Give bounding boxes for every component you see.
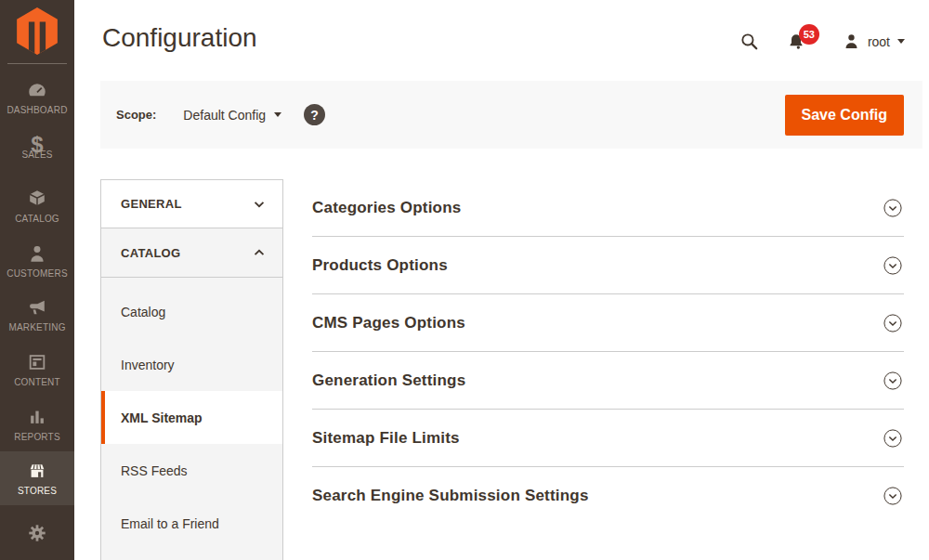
page-header: Configuration 53 root [74, 0, 929, 81]
accordion-section-generation-settings[interactable]: Generation Settings [312, 352, 904, 410]
chevron-down-icon [252, 197, 267, 212]
sidebar-item-label: CONTENT [14, 377, 60, 387]
accordion-section-title: Products Options [312, 256, 448, 275]
chevron-down-circle-icon [883, 371, 902, 390]
sidebar-item-dashboard[interactable]: DASHBOARD [0, 71, 74, 125]
sidebar-item-marketing[interactable]: MARKETING [0, 288, 74, 343]
save-config-button[interactable]: Save Config [785, 95, 904, 136]
main-column: Configuration 53 root Scope: [74, 0, 929, 560]
sidebar-item-label: CATALOG [15, 214, 59, 224]
config-item-label: Email to a Friend [121, 516, 219, 531]
chevron-down-circle-icon [883, 199, 902, 217]
notifications-button[interactable]: 53 [787, 33, 805, 51]
accordion-section-title: Search Engine Submission Settings [312, 487, 589, 505]
chevron-down-circle-icon [883, 314, 902, 332]
config-item-inventory[interactable]: Inventory [101, 338, 282, 391]
sidebar-item-customers[interactable]: CUSTOMERS [0, 234, 74, 289]
accordion-section-products-options[interactable]: Products Options [312, 237, 904, 294]
config-item-label: Catalog [121, 305, 165, 319]
accordion-section-categories-options[interactable]: Categories Options [312, 179, 904, 237]
caret-down-icon [897, 39, 905, 44]
help-icon[interactable]: ? [304, 104, 325, 125]
sidebar-item-sales[interactable]: $ SALES [0, 125, 74, 180]
config-item-label: Inventory [121, 358, 175, 372]
config-section-catalog[interactable]: CATALOG [101, 228, 282, 278]
config-item-label: RSS Feeds [121, 463, 188, 478]
sidebar-item-label: SALES [21, 150, 52, 160]
accordion-section-search-engine-submission-settings[interactable]: Search Engine Submission Settings [312, 467, 904, 525]
config-item-xml-sitemap[interactable]: XML Sitemap [101, 391, 282, 444]
content-area: GENERAL CATALOG Catalog Inventory XML Si… [100, 149, 929, 560]
magento-logo[interactable] [16, 0, 59, 63]
user-menu[interactable]: root [843, 33, 905, 50]
caret-down-icon [274, 112, 281, 117]
sidebar-divider [7, 63, 67, 64]
admin-sidebar: DASHBOARD $ SALES CATALOG CUSTOMERS MARK… [0, 0, 74, 560]
accordion-section-cms-pages-options[interactable]: CMS Pages Options [312, 294, 904, 352]
chevron-down-circle-icon [883, 429, 902, 448]
user-icon [843, 33, 860, 50]
accordion-section-title: CMS Pages Options [312, 314, 465, 332]
config-nav: GENERAL CATALOG Catalog Inventory XML Si… [100, 179, 283, 560]
config-item-catalog[interactable]: Catalog [101, 285, 282, 338]
sidebar-item-label: DASHBOARD [7, 105, 67, 115]
scope-toolbar: Scope: Default Config ? Save Config [100, 81, 922, 149]
page-title: Configuration [102, 23, 257, 53]
scope-label: Scope: [116, 108, 156, 122]
scope-selected-value: Default Config [183, 108, 266, 123]
accordion-section-sitemap-file-limits[interactable]: Sitemap File Limits [312, 410, 904, 467]
sidebar-item-label: CUSTOMERS [7, 268, 68, 279]
search-icon[interactable] [739, 32, 759, 51]
config-section-label: GENERAL [121, 197, 182, 211]
accordion-section-title: Generation Settings [312, 371, 465, 390]
dashboard-icon [27, 80, 47, 100]
magento-logo-icon [16, 7, 59, 55]
sidebar-item-content[interactable]: CONTENT [0, 343, 74, 397]
stores-icon [27, 461, 47, 481]
config-item-rss-feeds[interactable]: RSS Feeds [101, 444, 282, 497]
sidebar-item-reports[interactable]: REPORTS [0, 397, 74, 451]
reports-icon [27, 407, 47, 427]
config-section-label: CATALOG [121, 246, 180, 260]
chevron-down-circle-icon [883, 256, 902, 275]
config-item-email-to-a-friend[interactable]: Email to a Friend [101, 497, 282, 550]
sidebar-item-stores[interactable]: STORES [0, 451, 74, 506]
catalog-icon [27, 189, 47, 209]
config-section-general[interactable]: GENERAL [101, 180, 282, 228]
marketing-icon [27, 297, 47, 318]
config-item-label: XML Sitemap [121, 410, 203, 425]
content-icon [27, 352, 47, 372]
sidebar-item-label: MARKETING [8, 322, 65, 332]
scope-controls: Scope: Default Config ? [116, 104, 325, 125]
notification-badge: 53 [799, 24, 819, 45]
help-glyph: ? [310, 108, 319, 123]
system-gear-icon [27, 523, 47, 543]
sidebar-item-label: REPORTS [14, 432, 60, 442]
chevron-up-icon [252, 245, 267, 260]
sidebar-item-system[interactable] [0, 505, 74, 560]
accordion-section-title: Categories Options [312, 199, 461, 217]
accordion-section-title: Sitemap File Limits [312, 429, 460, 448]
config-accordion: Categories Options Products Options CMS … [312, 179, 904, 525]
sidebar-item-label: STORES [18, 486, 57, 496]
scope-selector[interactable]: Default Config [183, 108, 281, 123]
header-actions: 53 root [739, 32, 905, 51]
sidebar-item-catalog[interactable]: CATALOG [0, 179, 74, 234]
app-root: DASHBOARD $ SALES CATALOG CUSTOMERS MARK… [0, 0, 929, 560]
customers-icon [27, 243, 47, 264]
chevron-down-circle-icon [883, 487, 902, 505]
config-subsection-list: Catalog Inventory XML Sitemap RSS Feeds … [101, 278, 282, 560]
user-name: root [868, 34, 890, 49]
